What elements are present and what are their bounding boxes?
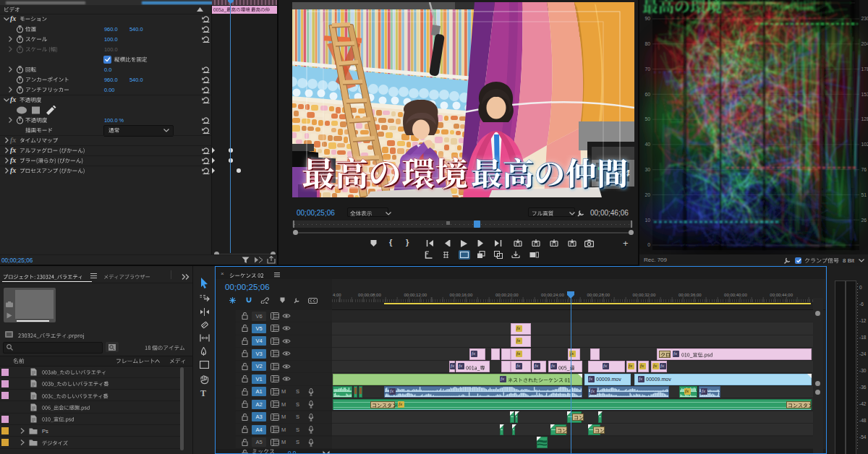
svg-text:70: 70	[644, 67, 650, 72]
svg-text:0: 0	[647, 242, 650, 247]
svg-text:26: 26	[861, 218, 867, 223]
svg-text:90: 90	[644, 16, 650, 21]
svg-text:230: 230	[861, 16, 868, 21]
svg-text:204: 204	[861, 41, 868, 46]
svg-text:51: 51	[861, 192, 867, 197]
svg-text:76: 76	[861, 167, 867, 172]
svg-text:102: 102	[861, 142, 868, 147]
svg-text:80: 80	[644, 41, 650, 46]
svg-text:20: 20	[644, 192, 650, 197]
svg-text:128: 128	[861, 116, 868, 121]
svg-text:60: 60	[644, 92, 650, 97]
